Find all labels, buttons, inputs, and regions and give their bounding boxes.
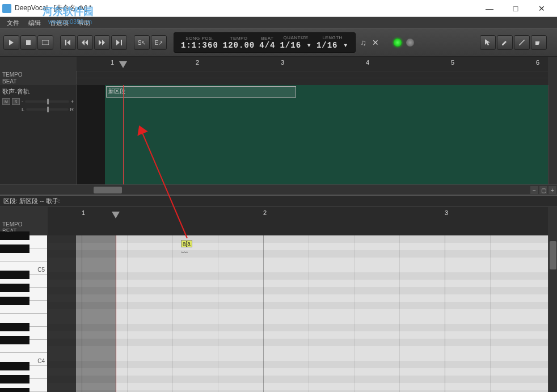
- track-name: 歌声-音轨: [2, 87, 74, 96]
- window-controls: — □ ✕: [476, 0, 555, 17]
- play-button[interactable]: [3, 35, 19, 50]
- svg-marker-0: [9, 40, 14, 45]
- arr-vertical-scrollbar[interactable]: [548, 85, 557, 184]
- arrangement-playhead: [123, 85, 124, 184]
- mute-button[interactable]: M: [2, 98, 10, 105]
- svg-rect-10: [121, 40, 122, 45]
- piano-playhead: [116, 235, 116, 392]
- line-tool[interactable]: [514, 35, 530, 50]
- goto-start-button[interactable]: [60, 35, 76, 50]
- piano-playhead-marker-icon[interactable]: [112, 212, 120, 218]
- arrangement-ruler[interactable]: 1 2 3 4 5 6: [77, 57, 548, 85]
- svg-marker-12: [502, 41, 507, 45]
- goto-end-button[interactable]: [111, 35, 127, 50]
- svg-marker-6: [85, 40, 88, 45]
- quantize-value[interactable]: 1/16 ▾: [280, 40, 311, 50]
- pointer-tool[interactable]: [480, 35, 496, 50]
- marker-end-button[interactable]: E↗: [151, 35, 167, 50]
- track-header[interactable]: 歌声-音轨 M S - + L R: [0, 85, 77, 184]
- toolbar: S↖ E↗ SONG POS. 1:1:360 TEMPO 120.00 BEA…: [0, 28, 557, 57]
- svg-marker-11: [485, 39, 490, 45]
- stop-button[interactable]: [20, 35, 36, 50]
- arrangement-tracks: 歌声-音轨 M S - + L R 新区段: [0, 85, 557, 184]
- indicator-group: ♫ ✕: [358, 38, 381, 47]
- ruler-tick: 6: [536, 59, 539, 66]
- arr-tempo-label: TEMPO: [0, 71, 77, 78]
- beat-value[interactable]: 4/4: [259, 41, 275, 50]
- svg-rect-14: [535, 41, 539, 45]
- vibrato-icon: 〰: [181, 249, 188, 257]
- tempo-label: TEMPO: [223, 36, 255, 41]
- svg-marker-7: [99, 40, 102, 45]
- beat-label: BEAT: [259, 36, 275, 41]
- transport-display: SONG POS. 1:1:360 TEMPO 120.00 BEAT 4/4 …: [174, 32, 356, 53]
- solo-button[interactable]: S: [12, 98, 20, 105]
- zoom-out-button[interactable]: −: [530, 186, 538, 194]
- menu-file[interactable]: 文件: [2, 19, 24, 27]
- marker-start-button[interactable]: S↖: [134, 35, 150, 50]
- erase-tool[interactable]: [531, 35, 547, 50]
- status-led-green: [394, 39, 402, 47]
- rewind-button[interactable]: [77, 35, 93, 50]
- piano-scroll-thumb[interactable]: [550, 241, 556, 269]
- close-button[interactable]: ✕: [529, 0, 555, 17]
- pr-tempo-label: TEMPO: [0, 221, 48, 228]
- svg-rect-2: [42, 40, 49, 45]
- svg-marker-4: [67, 40, 70, 45]
- pan-l: L: [22, 107, 24, 112]
- svg-marker-8: [102, 40, 105, 45]
- piano-ruler[interactable]: 1 2 3: [48, 207, 548, 235]
- transport-controls: [3, 35, 53, 50]
- svg-marker-5: [82, 40, 85, 45]
- zoom-in-button[interactable]: +: [548, 186, 556, 194]
- loop-button[interactable]: [37, 35, 53, 50]
- pr-ruler-tick: 2: [263, 209, 267, 216]
- vol-plus: +: [71, 99, 74, 104]
- pan-r: R: [70, 107, 74, 112]
- song-pos-value[interactable]: 1:1:360: [181, 41, 218, 50]
- zoom-fit-button[interactable]: ▢: [539, 186, 547, 194]
- minimize-button[interactable]: —: [476, 0, 503, 17]
- arr-horizontal-scrollbar[interactable]: − ▢ +: [0, 184, 557, 195]
- forward-button[interactable]: [94, 35, 110, 50]
- piano-grid[interactable]: a[a 〰: [48, 235, 548, 392]
- piano-keyboard[interactable]: C5 C4: [0, 235, 48, 392]
- key-label-c4: C4: [37, 358, 45, 364]
- length-label: LENGTH: [317, 35, 348, 40]
- shuffle-icon: ✕: [372, 38, 379, 47]
- menu-edit[interactable]: 编辑: [24, 19, 45, 27]
- vol-minus: -: [22, 99, 23, 104]
- pan-slider[interactable]: [26, 108, 68, 111]
- svg-rect-1: [26, 40, 31, 45]
- tool-group-edit: [480, 35, 547, 50]
- ruler-tick: 5: [451, 59, 454, 66]
- app-icon: [2, 4, 11, 13]
- scroll-thumb[interactable]: [94, 187, 122, 193]
- song-pos-label: SONG POS.: [181, 36, 218, 41]
- maximize-button[interactable]: □: [503, 0, 529, 17]
- track-clip[interactable]: 新区段: [106, 86, 296, 98]
- volume-slider[interactable]: [25, 100, 69, 103]
- key-label-c5: C5: [37, 267, 45, 273]
- watermark-url: www.pc0359.cn: [48, 18, 92, 25]
- navigation-controls: [60, 35, 127, 50]
- length-value[interactable]: 1/16 ▾: [317, 40, 348, 50]
- draw-tool[interactable]: [497, 35, 513, 50]
- svg-line-13: [519, 40, 525, 45]
- ruler-tick: 2: [196, 59, 199, 66]
- svg-marker-9: [116, 40, 120, 45]
- status-led-gray: [406, 39, 414, 47]
- svg-rect-3: [65, 40, 66, 45]
- piano-vertical-scrollbar[interactable]: [548, 235, 557, 392]
- track-lane[interactable]: 新区段: [77, 85, 548, 184]
- pr-ruler-tick: 3: [445, 209, 448, 216]
- marker-controls: S↖ E↗: [134, 35, 167, 50]
- quantize-label: QUANTIZE: [280, 35, 311, 40]
- piano-panel-header: 区段: 新区段 -- 歌手:: [0, 196, 557, 207]
- piano-roll-panel: TEMPO BEAT 1 2 3 C5 C4: [0, 207, 557, 392]
- ruler-tick: 4: [366, 59, 369, 66]
- arrangement-panel: TEMPO BEAT 1 2 3 4 5 6 歌声-音轨 M S -: [0, 57, 557, 196]
- note-lyric-tag[interactable]: a[a: [181, 240, 192, 247]
- watermark-text: 河东软件园: [43, 5, 94, 18]
- tempo-value[interactable]: 120.00: [223, 41, 255, 50]
